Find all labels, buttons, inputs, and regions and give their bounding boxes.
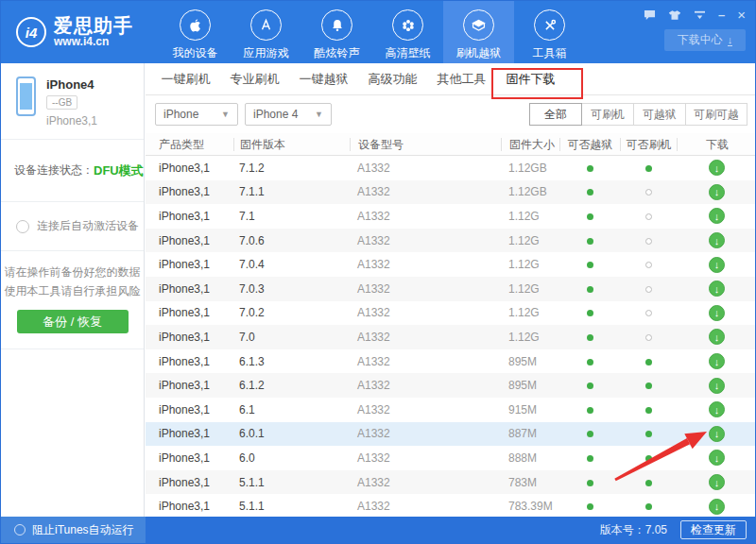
table-row[interactable]: iPhone3,17.1.2A13321.12GB↓ [146, 156, 756, 180]
download-icon: ↓ [728, 35, 733, 46]
download-button[interactable]: ↓ [709, 499, 725, 515]
download-button[interactable]: ↓ [709, 378, 725, 394]
nav-label: 高清壁纸 [386, 45, 431, 61]
cell-firmware-version: 6.0 [233, 451, 350, 465]
app-logo: i4 爱思助手 www.i4.cn [1, 1, 146, 63]
flash-status-dot [645, 382, 652, 389]
nav-item-apps-games[interactable]: 应用游戏 [231, 1, 301, 63]
skin-icon[interactable] [668, 9, 681, 21]
filter-all-button[interactable]: 全部 [529, 103, 582, 126]
table-row[interactable]: iPhone3,15.1.1A1332783.39M↓ [146, 494, 756, 518]
cell-product-type: iPhone3,1 [146, 451, 233, 465]
table-row[interactable]: iPhone3,17.0.6A13321.12G↓ [146, 229, 756, 253]
download-button[interactable]: ↓ [709, 280, 725, 297]
table-row[interactable]: iPhone3,17.0.4A13321.12G↓ [146, 252, 756, 277]
filter-flash-and-jailbreak-button[interactable]: 可刷可越 [685, 103, 747, 126]
minimize-icon[interactable]: – [718, 8, 725, 21]
connection-status-value: DFU模式 [94, 162, 144, 179]
cell-device-model: A1332 [350, 331, 501, 344]
cell-firmware-version: 7.1 [233, 210, 350, 223]
cell-product-type: iPhone3,1 [146, 355, 233, 368]
device-model-select[interactable]: iPhone 4 ▼ [245, 103, 332, 126]
cell-jailbreakable [559, 258, 620, 271]
block-itunes-toggle[interactable]: 阻止iTunes自动运行 [1, 517, 146, 543]
table-row[interactable]: iPhone3,16.0A1332888M↓ [146, 446, 756, 470]
iphone-icon [16, 76, 36, 116]
download-button[interactable]: ↓ [709, 474, 725, 490]
cell-firmware-version: 6.0.1 [233, 427, 350, 440]
table-row[interactable]: iPhone3,16.0.1A1332887M↓ [146, 422, 756, 447]
cell-firmware-version: 5.1.1 [233, 500, 350, 513]
tab-other-tools[interactable]: 其他工具 [427, 71, 496, 88]
menu-icon[interactable] [694, 9, 706, 20]
download-button[interactable]: ↓ [709, 401, 725, 417]
flash-status-dot [645, 334, 652, 341]
jailbreak-status-dot [587, 213, 593, 220]
device-model: iPhone3,1 [46, 114, 97, 128]
nav-label: 我的设备 [173, 45, 218, 61]
cell-flashable [620, 476, 677, 489]
filter-flashable-button[interactable]: 可刷机 [581, 103, 634, 126]
i4-logo-icon: i4 [16, 17, 46, 47]
i4tools-window: i4 爱思助手 www.i4.cn 我的设备 应用游戏 [0, 0, 756, 544]
table-row[interactable]: iPhone3,17.1.1A13321.12GB↓ [146, 180, 756, 205]
table-row[interactable]: iPhone3,17.1A13321.12G↓ [146, 204, 756, 229]
download-button[interactable]: ↓ [709, 257, 725, 273]
table-row[interactable]: iPhone3,16.1.2A1332895M↓ [146, 373, 756, 398]
jailbreak-status-dot [587, 480, 593, 486]
nav-item-wallpapers[interactable]: 高清壁纸 [372, 1, 443, 63]
cell-firmware-version: 7.0.6 [233, 234, 350, 247]
backup-restore-button[interactable]: 备份 / 恢复 [17, 310, 129, 333]
jailbreak-status-dot [587, 238, 593, 245]
version-label: 版本号：7.05 [600, 522, 667, 538]
table-row[interactable]: iPhone3,17.0.3A13321.12G↓ [146, 277, 756, 301]
flash-status-dot [645, 165, 652, 172]
tab-one-key-flash[interactable]: 一键刷机 [151, 71, 220, 88]
table-row[interactable]: iPhone3,17.0A13321.12G↓ [146, 325, 756, 349]
download-button[interactable]: ↓ [709, 329, 725, 345]
connection-status: 设备连接状态：DFU模式 [1, 140, 144, 202]
nav-label: 工具箱 [533, 45, 567, 61]
download-button[interactable]: ↓ [709, 305, 725, 321]
cell-jailbreakable [559, 403, 620, 416]
download-button[interactable]: ↓ [709, 160, 725, 176]
feedback-icon[interactable] [644, 9, 656, 21]
download-button[interactable]: ↓ [709, 232, 725, 248]
cell-product-type: iPhone3,1 [146, 500, 233, 513]
table-row[interactable]: iPhone3,17.0.2A13321.12G↓ [146, 301, 756, 326]
nav-item-flash-jailbreak[interactable]: 刷机越狱 [443, 1, 514, 63]
nav-item-my-devices[interactable]: 我的设备 [160, 1, 231, 63]
download-button[interactable]: ↓ [709, 353, 725, 369]
cell-device-model: A1332 [350, 282, 501, 296]
function-tabs: 一键刷机 专业刷机 一键越狱 高级功能 其他工具 固件下载 [146, 63, 756, 95]
cell-firmware-size: 895M [501, 355, 559, 368]
tools-icon [534, 9, 565, 41]
app-header: i4 爱思助手 www.i4.cn 我的设备 应用游戏 [1, 1, 755, 63]
table-row[interactable]: iPhone3,16.1.3A1332895M↓ [146, 349, 756, 374]
cell-jailbreakable [559, 306, 620, 319]
download-center-button[interactable]: 下载中心 ↓ [664, 29, 746, 51]
flash-status-dot [645, 503, 652, 510]
tab-firmware-download[interactable]: 固件下载 [496, 71, 565, 88]
tab-one-key-jailbreak[interactable]: 一键越狱 [289, 71, 358, 88]
cell-flashable [620, 500, 677, 513]
tab-advanced[interactable]: 高级功能 [358, 71, 427, 88]
download-button[interactable]: ↓ [709, 184, 725, 200]
check-update-button[interactable]: 检查更新 [680, 520, 747, 539]
cell-product-type: iPhone3,1 [146, 331, 233, 344]
close-icon[interactable]: × [737, 8, 746, 22]
download-button[interactable]: ↓ [709, 208, 725, 224]
filter-jailbreakable-button[interactable]: 可越狱 [633, 103, 686, 126]
jailbreak-status-dot [587, 407, 593, 414]
auto-activate-option[interactable]: 连接后自动激活设备 [1, 202, 144, 251]
download-button[interactable]: ↓ [709, 426, 725, 442]
cell-product-type: iPhone3,1 [146, 306, 233, 319]
table-row[interactable]: iPhone3,15.1.1A1332783M↓ [146, 470, 756, 495]
nav-item-toolbox[interactable]: 工具箱 [514, 1, 585, 63]
device-type-select[interactable]: iPhone ▼ [155, 103, 238, 126]
device-info-panel: iPhone4 --GB iPhone3,1 [1, 63, 144, 140]
table-row[interactable]: iPhone3,16.1A1332915M↓ [146, 398, 756, 422]
nav-item-ringtones[interactable]: 酷炫铃声 [301, 1, 372, 63]
download-button[interactable]: ↓ [709, 450, 725, 466]
tab-pro-flash[interactable]: 专业刷机 [220, 71, 289, 88]
